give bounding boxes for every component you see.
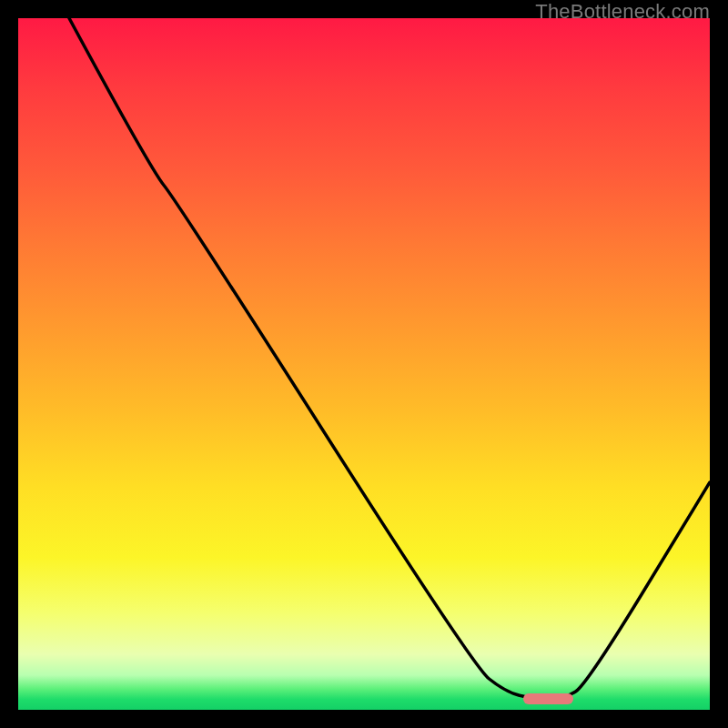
plot-area: [18, 18, 710, 710]
optimal-range-marker: [523, 693, 573, 704]
bottleneck-curve: [18, 18, 710, 710]
